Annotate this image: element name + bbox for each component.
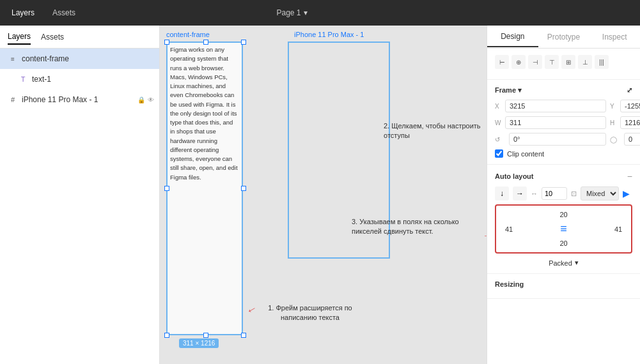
- content-frame-canvas-label: content-frame: [166, 31, 210, 38]
- tab-design[interactable]: Design: [487, 27, 538, 47]
- eye-icon[interactable]: 👁: [148, 96, 154, 103]
- position-grid: X Y W H ↺: [495, 100, 632, 146]
- handle-br: [241, 333, 246, 338]
- center-align-icon: ≡: [560, 222, 567, 236]
- padding-bottom-value[interactable]: 20: [501, 239, 626, 247]
- tab-assets[interactable]: Assets: [49, 6, 79, 20]
- mixed-select[interactable]: Mixed Fixed: [581, 186, 619, 201]
- resize-title: Resizing: [495, 280, 632, 288]
- tab-design-assets[interactable]: Assets: [41, 30, 64, 44]
- layer-name-text1: text-1: [32, 75, 154, 84]
- clip-content-label: Clip content: [507, 150, 544, 158]
- corner-input[interactable]: [624, 133, 640, 146]
- handle-tc: [203, 40, 208, 45]
- arrow-right-icon[interactable]: ▶: [623, 188, 630, 199]
- gap-input[interactable]: [542, 187, 567, 200]
- clip-content-checkbox[interactable]: [495, 149, 503, 158]
- auto-layout-title: Auto layout: [495, 172, 534, 180]
- handle-tl: [164, 40, 169, 45]
- padding-middle: 41 ≡ 41: [501, 222, 626, 236]
- y-input[interactable]: [620, 100, 640, 112]
- x-field: X: [495, 100, 606, 112]
- y-field: Y: [610, 100, 640, 112]
- rotation-label: ↺: [495, 136, 506, 143]
- padding-left-value[interactable]: 41: [501, 225, 517, 233]
- padding-box: 20 41 ≡ 41 20: [495, 204, 632, 254]
- left-panel-tabs: Layers Assets: [0, 26, 159, 49]
- auto-layout-header: Auto layout −: [495, 171, 632, 181]
- maximize-icon[interactable]: ⤢: [627, 86, 632, 95]
- x-label: X: [495, 103, 503, 110]
- handle-tr: [241, 40, 246, 45]
- align-center-v[interactable]: ⊞: [561, 55, 575, 69]
- size-badge: 311 × 1216: [179, 338, 219, 348]
- text-icon: T: [18, 74, 28, 84]
- padding-center: ≡: [517, 222, 611, 236]
- align-left[interactable]: ⊢: [495, 55, 509, 69]
- layer-item-content-frame[interactable]: ≡ content-frame: [0, 49, 159, 69]
- direction-right-btn[interactable]: →: [513, 186, 527, 201]
- frame-chevron: ▾: [518, 86, 522, 94]
- w-field: W: [495, 116, 606, 129]
- handle-bl: [164, 333, 169, 338]
- tab-design-layers[interactable]: Layers: [8, 29, 31, 45]
- padding-right-value[interactable]: 41: [611, 225, 626, 233]
- w-input[interactable]: [505, 116, 606, 129]
- direction-down-btn[interactable]: ↓: [495, 186, 509, 201]
- annotation-2: 2. Щелкаем, чтобы настроить отступы: [384, 121, 486, 141]
- align-bottom[interactable]: ⊥: [578, 55, 592, 69]
- packed-row: Packed ▾: [495, 259, 632, 267]
- align-right[interactable]: ⊣: [528, 55, 542, 69]
- corner-field: ◯: [610, 133, 640, 146]
- align-center-h[interactable]: ⊕: [511, 55, 526, 69]
- align-row: ⊢ ⊕ ⊣ ⊤ ⊞ ⊥ |||: [495, 55, 632, 69]
- iphone-canvas-label: iPhone 11 Pro Max - 1: [294, 31, 364, 38]
- layer-name-iphone: iPhone 11 Pro Max - 1: [22, 95, 134, 104]
- tab-layers[interactable]: Layers: [8, 6, 38, 20]
- distribute[interactable]: |||: [595, 55, 609, 69]
- layer-item-text1[interactable]: T text-1: [0, 69, 159, 89]
- y-label: Y: [610, 103, 618, 110]
- rotation-field: ↺: [495, 133, 606, 146]
- main-layout: Layers Assets ≡ content-frame T text-1 #…: [0, 26, 640, 364]
- resize-section: Resizing: [487, 274, 640, 299]
- w-label: W: [495, 119, 503, 126]
- top-bar: Layers Assets Page 1 ▾: [0, 0, 640, 26]
- handle-bc: [203, 333, 208, 338]
- right-panel-tabs: Design Prototype Inspect: [487, 26, 640, 49]
- rotation-input[interactable]: [509, 133, 606, 146]
- content-frame-box[interactable]: Figma works on any operating system that…: [166, 42, 243, 335]
- frame-icon: ≡: [8, 54, 18, 64]
- page-chevron: ▾: [304, 8, 308, 17]
- lock-icon[interactable]: 🔒: [137, 96, 145, 103]
- auto-layout-minus[interactable]: −: [627, 171, 632, 181]
- frame-title: Frame ▾ ⤢: [495, 86, 632, 95]
- x-input[interactable]: [505, 100, 606, 112]
- handle-mr: [241, 186, 246, 191]
- align-top[interactable]: ⊤: [545, 55, 559, 69]
- packed-label[interactable]: Packed: [549, 259, 572, 267]
- layer-item-iphone[interactable]: # iPhone 11 Pro Max - 1 🔒 👁: [0, 89, 159, 110]
- gap-icon: ↔: [531, 190, 538, 197]
- frame-text-content: Figma works on any operating system that…: [168, 43, 242, 334]
- page-selector[interactable]: Page 1 ▾: [277, 8, 308, 17]
- frame-section: Frame ▾ ⤢ X Y W H: [487, 80, 640, 165]
- packed-chevron[interactable]: ▾: [575, 259, 579, 267]
- annotation-1: 1. Фрейм расширяется по написанию текста: [262, 303, 358, 323]
- arrow-1: →: [244, 301, 260, 319]
- padding-top-value[interactable]: 20: [501, 211, 626, 218]
- align-section: ⊢ ⊕ ⊣ ⊤ ⊞ ⊥ |||: [487, 49, 640, 80]
- page-selector-area: Page 1 ▾: [92, 8, 492, 17]
- left-panel: Layers Assets ≡ content-frame T text-1 #…: [0, 26, 160, 364]
- padding-icon: ⊡: [571, 190, 577, 198]
- tab-inspect[interactable]: Inspect: [589, 27, 640, 47]
- right-panel: Design Prototype Inspect ⊢ ⊕ ⊣ ⊤ ⊞ ⊥ |||…: [487, 26, 640, 364]
- corner-label: ◯: [610, 136, 621, 143]
- layer-actions: 🔒 👁: [137, 96, 154, 103]
- annotation-3: 3. Указываем в полях на сколько пикселей…: [352, 217, 467, 237]
- auto-layout-section: Auto layout − ↓ → ↔ ⊡ Mixed Fixed ▶ 20 4…: [487, 165, 640, 274]
- h-input[interactable]: [620, 116, 640, 129]
- tab-prototype[interactable]: Prototype: [538, 27, 589, 47]
- h-label: H: [610, 119, 618, 126]
- canvas-area[interactable]: content-frame iPhone 11 Pro Max - 1 Figm…: [160, 26, 487, 364]
